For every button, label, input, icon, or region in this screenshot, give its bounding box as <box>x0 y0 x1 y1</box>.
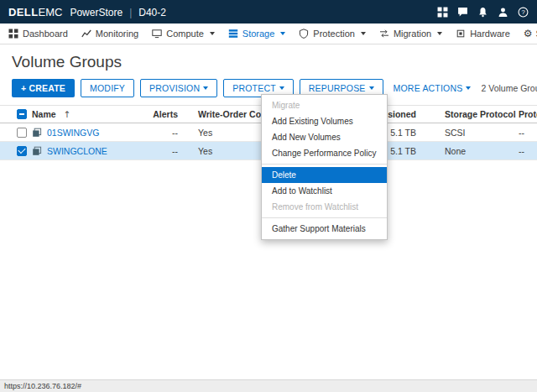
help-icon[interactable]: ? <box>518 7 529 18</box>
nav-label: Migration <box>394 29 431 39</box>
migration-arrows-icon <box>379 29 389 39</box>
settings-button[interactable]: ⚙ Settings <box>524 29 537 39</box>
storage-icon <box>228 29 238 39</box>
browser-status-bar: https://10.236.76.182/# <box>0 379 537 392</box>
write-order-cell: Yes <box>183 128 267 138</box>
nav-item-protection[interactable]: Protection <box>299 29 366 39</box>
protection-cell: -- <box>519 146 537 156</box>
powerstore-app: DELL EMC PowerStore | D40-2 ? <box>0 0 537 392</box>
nav-item-compute[interactable]: Compute <box>152 29 215 39</box>
hardware-chip-icon <box>456 29 466 39</box>
alerts-cell: -- <box>151 128 183 138</box>
volume-group-link[interactable]: 01SWINGVG <box>47 128 99 138</box>
nav-label: Hardware <box>470 29 510 39</box>
nav-item-dashboard[interactable]: Dashboard <box>8 29 68 39</box>
brand-product: PowerStore <box>70 7 123 18</box>
dashboard-icon <box>8 29 18 39</box>
storage-protocol-cell: None <box>445 146 519 156</box>
brand-divider: | <box>129 7 132 18</box>
nav-label: Dashboard <box>23 29 68 39</box>
monitoring-icon <box>81 29 91 39</box>
alerts-cell: -- <box>151 146 183 156</box>
user-icon[interactable] <box>498 7 508 18</box>
chat-icon[interactable] <box>457 7 468 18</box>
select-all-checkbox[interactable] <box>17 109 27 119</box>
create-button[interactable]: + CREATE <box>12 79 75 97</box>
row-checkbox[interactable] <box>17 128 27 138</box>
menu-item-change-performance-policy[interactable]: Change Performance Policy <box>262 145 387 161</box>
nav-item-storage[interactable]: Storage <box>228 29 286 39</box>
page-title: Volume Groups <box>12 53 537 71</box>
caret-down-icon <box>210 32 215 35</box>
column-header-name[interactable]: Name ↑ <box>32 109 151 119</box>
column-header-alerts[interactable]: Alerts <box>151 109 183 119</box>
selection-summary: 2 Volume Groups, 1 selected <box>481 83 537 93</box>
nav-label: Protection <box>313 29 355 39</box>
menu-divider <box>262 217 387 218</box>
menu-item-add-to-watchlist[interactable]: Add to Watchlist <box>262 183 387 199</box>
apps-grid-icon[interactable] <box>437 7 448 18</box>
brand: DELL EMC PowerStore | D40-2 <box>8 6 166 18</box>
main-nav: Dashboard Monitoring Compute Storage Pro… <box>0 24 537 44</box>
column-header-write-order[interactable]: Write-Order Consist... <box>183 109 267 119</box>
nav-item-monitoring[interactable]: Monitoring <box>81 29 138 39</box>
top-bar: DELL EMC PowerStore | D40-2 ? <box>0 0 537 24</box>
volume-group-link[interactable]: SWINGCLONE <box>47 146 107 156</box>
more-actions-button[interactable]: MORE ACTIONS <box>389 79 476 97</box>
write-order-cell: Yes <box>183 146 267 156</box>
topbar-icons: ? <box>437 7 529 18</box>
provision-button[interactable]: PROVISION <box>140 79 217 97</box>
svg-text:?: ? <box>521 8 524 16</box>
compute-icon <box>152 29 162 39</box>
brand-emc: EMC <box>39 6 63 18</box>
nav-item-hardware[interactable]: Hardware <box>456 29 510 39</box>
caret-down-icon <box>466 86 471 90</box>
storage-protocol-cell: SCSI <box>445 128 519 138</box>
nav-label: Compute <box>166 29 204 39</box>
more-actions-menu: Migrate Add Existing Volumes Add New Vol… <box>261 94 388 240</box>
toolbar-right: 2 Volume Groups, 1 selected ↻ <box>481 82 537 94</box>
column-header-storage-protocol[interactable]: Storage Protocol <box>445 109 519 119</box>
caret-down-icon <box>361 32 366 35</box>
row-checkbox[interactable] <box>17 146 27 156</box>
cluster-name: D40-2 <box>138 7 166 18</box>
caret-down-icon <box>203 86 208 90</box>
volume-group-icon <box>32 128 42 138</box>
menu-divider <box>262 164 387 165</box>
column-header-protection[interactable]: Prote... <box>519 109 537 119</box>
nav-item-migration[interactable]: Migration <box>379 29 442 39</box>
caret-down-icon <box>279 86 284 90</box>
caret-down-icon <box>437 32 442 35</box>
nav-label: Monitoring <box>96 29 138 39</box>
modify-button[interactable]: MODIFY <box>81 79 134 97</box>
sort-asc-icon: ↑ <box>64 109 71 119</box>
menu-item-migrate: Migrate <box>262 97 387 113</box>
bell-icon[interactable] <box>477 7 488 18</box>
status-url: https://10.236.76.182/# <box>4 382 81 390</box>
menu-item-remove-from-watchlist: Remove from Watchlist <box>262 199 387 215</box>
gear-icon: ⚙ <box>524 29 533 39</box>
brand-dell: DELL <box>8 6 39 18</box>
caret-down-icon <box>369 86 374 90</box>
menu-item-add-existing-volumes[interactable]: Add Existing Volumes <box>262 113 387 129</box>
menu-item-delete[interactable]: Delete <box>262 167 387 183</box>
volume-group-icon <box>32 146 42 156</box>
menu-item-add-new-volumes[interactable]: Add New Volumes <box>262 129 387 145</box>
protection-cell: -- <box>519 128 537 138</box>
shield-icon <box>299 29 309 39</box>
nav-label: Storage <box>242 29 275 39</box>
caret-down-icon <box>280 32 285 35</box>
menu-item-gather-support-materials[interactable]: Gather Support Materials <box>262 221 387 237</box>
